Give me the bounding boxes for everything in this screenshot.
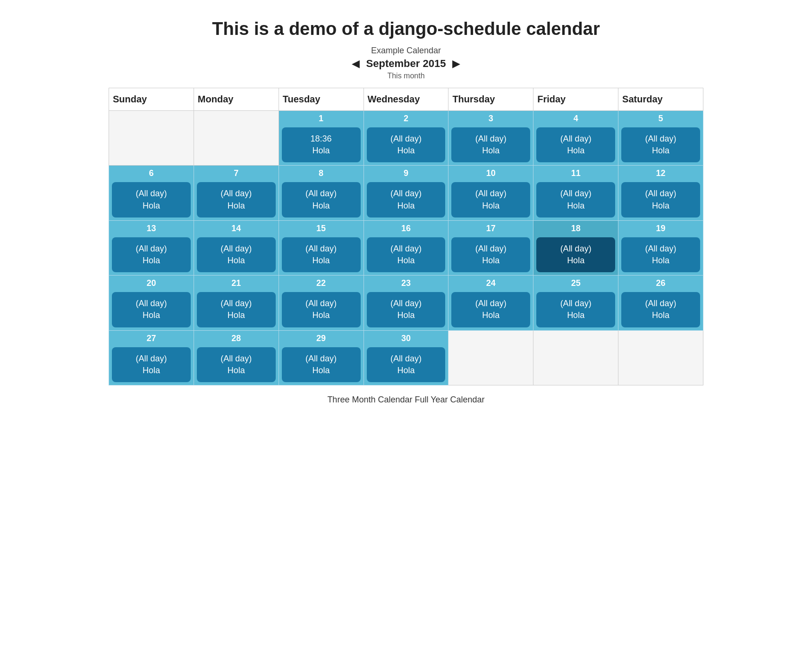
day-cell[interactable]: 14(All day)Hola — [194, 220, 279, 275]
day-cell[interactable]: 6(All day)Hola — [109, 166, 194, 220]
day-number: 5 — [618, 111, 703, 125]
day-cell — [109, 111, 194, 166]
day-number: 18 — [533, 221, 618, 235]
day-number: 16 — [364, 221, 448, 235]
event-block[interactable]: (All day)Hola — [451, 292, 530, 327]
day-number: 15 — [279, 221, 364, 235]
calendar-table: SundayMondayTuesdayWednesdayThursdayFrid… — [109, 88, 703, 385]
day-number: 1 — [279, 111, 364, 125]
full-year-link[interactable]: Full Year Calendar — [415, 395, 485, 404]
event-block[interactable]: (All day)Hola — [112, 237, 191, 272]
day-cell[interactable]: 9(All day)Hola — [364, 166, 448, 220]
this-month-link[interactable]: This month — [387, 72, 424, 80]
day-cell[interactable]: 5(All day)Hola — [618, 111, 703, 166]
day-cell[interactable]: 17(All day)Hola — [448, 220, 533, 275]
day-cell[interactable]: 30(All day)Hola — [364, 330, 448, 385]
event-block[interactable]: (All day)Hola — [621, 292, 700, 327]
day-number: 3 — [448, 111, 533, 125]
page-title: This is a demo of a django-schedule cale… — [212, 19, 600, 39]
three-month-link[interactable]: Three Month Calendar — [327, 395, 412, 404]
event-block[interactable]: (All day)Hola — [112, 182, 191, 217]
event-block[interactable]: (All day)Hola — [367, 182, 446, 217]
event-block[interactable]: (All day)Hola — [621, 237, 700, 272]
day-cell[interactable]: 26(All day)Hola — [618, 276, 703, 330]
day-number: 10 — [448, 166, 533, 180]
day-number: 26 — [618, 276, 703, 290]
day-cell[interactable]: 10(All day)Hola — [448, 166, 533, 220]
event-block[interactable]: (All day)Hola — [451, 127, 530, 162]
event-block[interactable]: (All day)Hola — [112, 292, 191, 327]
event-block[interactable]: (All day)Hola — [367, 347, 446, 382]
prev-month-button[interactable]: ◀ — [352, 58, 360, 70]
day-cell[interactable]: 11(All day)Hola — [533, 166, 618, 220]
event-block[interactable]: (All day)Hola — [536, 127, 615, 162]
day-number: 25 — [533, 276, 618, 290]
event-block[interactable]: (All day)Hola — [621, 182, 700, 217]
event-block[interactable]: (All day)Hola — [112, 347, 191, 382]
week-row-0: 118:36Hola2(All day)Hola3(All day)Hola4(… — [109, 111, 703, 166]
col-header-saturday: Saturday — [618, 88, 703, 111]
day-number: 27 — [109, 331, 194, 345]
day-number: 11 — [533, 166, 618, 180]
day-number: 14 — [194, 221, 279, 235]
week-row-1: 6(All day)Hola7(All day)Hola8(All day)Ho… — [109, 166, 703, 220]
event-block[interactable]: (All day)Hola — [367, 237, 446, 272]
day-number: 23 — [364, 276, 448, 290]
event-block[interactable]: (All day)Hola — [451, 182, 530, 217]
day-cell[interactable]: 19(All day)Hola — [618, 220, 703, 275]
day-cell[interactable]: 27(All day)Hola — [109, 330, 194, 385]
col-header-monday: Monday — [194, 88, 279, 111]
day-cell — [448, 330, 533, 385]
event-block[interactable]: (All day)Hola — [282, 182, 361, 217]
event-block[interactable]: (All day)Hola — [282, 292, 361, 327]
week-row-2: 13(All day)Hola14(All day)Hola15(All day… — [109, 220, 703, 275]
day-number: 21 — [194, 276, 279, 290]
day-number: 24 — [448, 276, 533, 290]
day-cell[interactable]: 12(All day)Hola — [618, 166, 703, 220]
event-block[interactable]: (All day)Hola — [536, 237, 615, 272]
day-cell[interactable]: 28(All day)Hola — [194, 330, 279, 385]
day-cell[interactable]: 7(All day)Hola — [194, 166, 279, 220]
day-cell[interactable]: 25(All day)Hola — [533, 276, 618, 330]
event-block[interactable]: (All day)Hola — [621, 127, 700, 162]
day-cell[interactable]: 22(All day)Hola — [279, 276, 364, 330]
day-cell[interactable]: 4(All day)Hola — [533, 111, 618, 166]
day-cell[interactable]: 15(All day)Hola — [279, 220, 364, 275]
event-block[interactable]: (All day)Hola — [197, 237, 276, 272]
event-block[interactable]: (All day)Hola — [536, 182, 615, 217]
day-number: 29 — [279, 331, 364, 345]
event-block[interactable]: 18:36Hola — [282, 127, 361, 162]
day-number: 28 — [194, 331, 279, 345]
event-block[interactable]: (All day)Hola — [367, 127, 446, 162]
day-cell[interactable]: 2(All day)Hola — [364, 111, 448, 166]
col-header-friday: Friday — [533, 88, 618, 111]
day-cell[interactable]: 8(All day)Hola — [279, 166, 364, 220]
col-header-thursday: Thursday — [448, 88, 533, 111]
event-block[interactable]: (All day)Hola — [282, 237, 361, 272]
day-number: 20 — [109, 276, 194, 290]
day-cell[interactable]: 20(All day)Hola — [109, 276, 194, 330]
day-cell[interactable]: 29(All day)Hola — [279, 330, 364, 385]
event-block[interactable]: (All day)Hola — [197, 182, 276, 217]
day-cell[interactable]: 118:36Hola — [279, 111, 364, 166]
day-number: 13 — [109, 221, 194, 235]
event-block[interactable]: (All day)Hola — [197, 292, 276, 327]
day-cell[interactable]: 21(All day)Hola — [194, 276, 279, 330]
calendar-name: Example Calendar — [371, 46, 441, 56]
day-cell[interactable]: 18(All day)Hola — [533, 220, 618, 275]
next-month-button[interactable]: ▶ — [452, 58, 460, 70]
event-block[interactable]: (All day)Hola — [451, 237, 530, 272]
day-cell[interactable]: 24(All day)Hola — [448, 276, 533, 330]
day-cell — [618, 330, 703, 385]
day-cell[interactable]: 13(All day)Hola — [109, 220, 194, 275]
day-cell[interactable]: 3(All day)Hola — [448, 111, 533, 166]
event-block[interactable]: (All day)Hola — [367, 292, 446, 327]
day-cell[interactable]: 23(All day)Hola — [364, 276, 448, 330]
day-cell[interactable]: 16(All day)Hola — [364, 220, 448, 275]
day-number: 7 — [194, 166, 279, 180]
event-block[interactable]: (All day)Hola — [536, 292, 615, 327]
event-block[interactable]: (All day)Hola — [197, 347, 276, 382]
day-number: 12 — [618, 166, 703, 180]
col-header-sunday: Sunday — [109, 88, 194, 111]
event-block[interactable]: (All day)Hola — [282, 347, 361, 382]
